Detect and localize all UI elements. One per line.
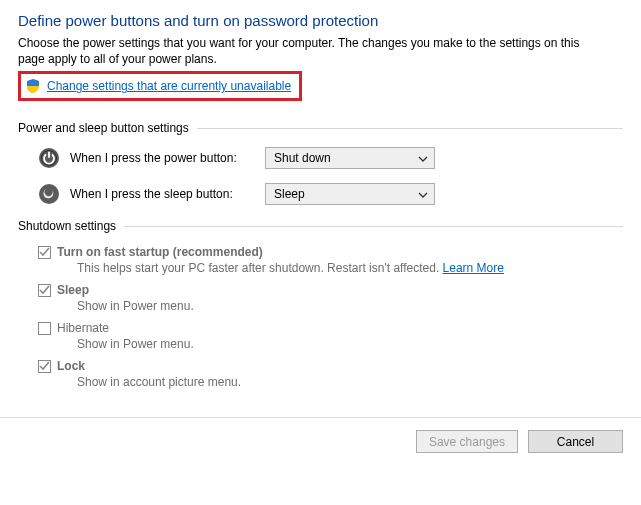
- save-changes-button[interactable]: Save changes: [416, 430, 518, 453]
- lock-label: Lock: [57, 359, 85, 373]
- learn-more-link[interactable]: Learn More: [443, 261, 504, 275]
- change-settings-link[interactable]: Change settings that are currently unava…: [47, 79, 291, 93]
- fast-startup-option: Turn on fast startup (recommended) This …: [38, 245, 623, 275]
- lock-option: Lock Show in account picture menu.: [38, 359, 623, 389]
- divider: [197, 128, 623, 129]
- sleep-desc: Show in Power menu.: [77, 299, 623, 313]
- chevron-down-icon: [418, 189, 428, 199]
- fast-startup-desc: This helps start your PC faster after sh…: [77, 261, 623, 275]
- intro-text: Choose the power settings that you want …: [18, 35, 608, 67]
- shutdown-section-header: Shutdown settings: [18, 219, 623, 233]
- section-label: Power and sleep button settings: [18, 121, 189, 135]
- power-icon: [38, 147, 60, 169]
- cancel-button[interactable]: Cancel: [528, 430, 623, 453]
- divider: [124, 226, 623, 227]
- power-sleep-section-header: Power and sleep button settings: [18, 121, 623, 135]
- sleep-label: Sleep: [57, 283, 89, 297]
- sleep-option: Sleep Show in Power menu.: [38, 283, 623, 313]
- power-button-row: When I press the power button: Shut down: [38, 147, 623, 169]
- power-button-dropdown[interactable]: Shut down: [265, 147, 435, 169]
- fast-startup-checkbox[interactable]: [38, 246, 51, 259]
- hibernate-label: Hibernate: [57, 321, 109, 335]
- lock-checkbox[interactable]: [38, 360, 51, 373]
- section-label: Shutdown settings: [18, 219, 116, 233]
- sleep-icon: [38, 183, 60, 205]
- sleep-button-row: When I press the sleep button: Sleep: [38, 183, 623, 205]
- sleep-button-dropdown[interactable]: Sleep: [265, 183, 435, 205]
- footer-buttons: Save changes Cancel: [0, 418, 641, 467]
- chevron-down-icon: [418, 153, 428, 163]
- fast-startup-label: Turn on fast startup (recommended): [57, 245, 263, 259]
- lock-desc: Show in account picture menu.: [77, 375, 623, 389]
- hibernate-option: Hibernate Show in Power menu.: [38, 321, 623, 351]
- shield-icon: [25, 78, 41, 94]
- change-settings-highlight: Change settings that are currently unava…: [18, 71, 302, 101]
- hibernate-checkbox[interactable]: [38, 322, 51, 335]
- sleep-checkbox[interactable]: [38, 284, 51, 297]
- svg-point-2: [39, 184, 59, 204]
- power-button-label: When I press the power button:: [70, 151, 265, 165]
- dropdown-value: Shut down: [274, 151, 331, 165]
- page-title: Define power buttons and turn on passwor…: [18, 12, 623, 29]
- dropdown-value: Sleep: [274, 187, 305, 201]
- sleep-button-label: When I press the sleep button:: [70, 187, 265, 201]
- hibernate-desc: Show in Power menu.: [77, 337, 623, 351]
